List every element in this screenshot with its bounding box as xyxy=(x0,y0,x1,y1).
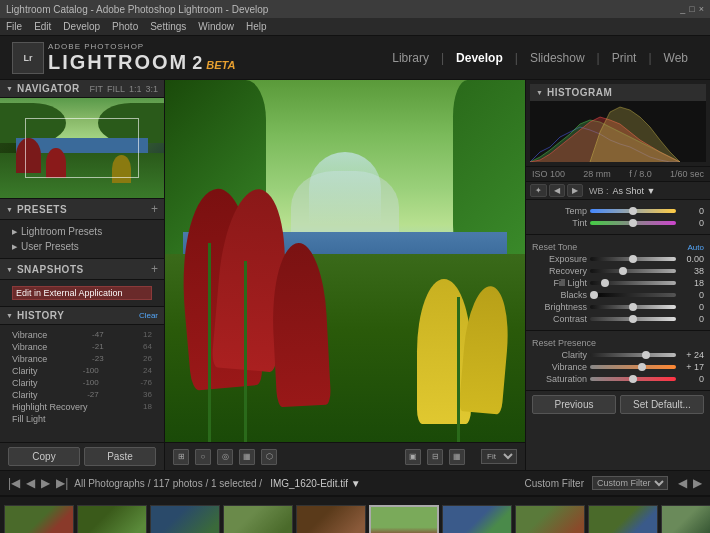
wb-preset[interactable]: As Shot ▼ xyxy=(613,186,656,196)
tint-slider[interactable] xyxy=(590,221,676,225)
set-default-button[interactable]: Set Default... xyxy=(620,395,704,414)
filmstrip-thumb-5[interactable]: ★ ★ ★ ★ xyxy=(369,505,439,533)
menu-edit[interactable]: Edit xyxy=(34,21,51,32)
nav-first[interactable]: |◀ xyxy=(8,476,20,490)
tool-adjustment[interactable]: ⬡ xyxy=(261,449,277,465)
tab-print[interactable]: Print xyxy=(602,47,647,69)
history-item-4[interactable]: Clarity -100 -76 xyxy=(8,377,156,389)
history-item-7[interactable]: Fill Light xyxy=(8,413,156,425)
view-mode-select[interactable]: FitFill1:1 xyxy=(481,449,517,464)
history-item-6[interactable]: Highlight Recovery 18 xyxy=(8,401,156,413)
brightness-row: Brightness 0 xyxy=(532,302,704,312)
histogram-header[interactable]: ▼ Histogram xyxy=(530,84,706,102)
filmstrip-thumb-8[interactable] xyxy=(588,505,658,533)
minimize-btn[interactable]: _ xyxy=(680,4,685,14)
tab-develop[interactable]: Develop xyxy=(446,47,513,69)
tab-library[interactable]: Library xyxy=(382,47,439,69)
filename-label[interactable]: IMG_1620-Edit.tif ▼ xyxy=(270,478,361,489)
filmstrip-thumb-0[interactable] xyxy=(4,505,74,533)
copy-button[interactable]: Copy xyxy=(8,447,80,466)
fill-value: 18 xyxy=(679,278,704,288)
nav-fit[interactable]: FIT xyxy=(89,84,103,94)
tool-crop[interactable]: ⊞ xyxy=(173,449,189,465)
logo-icon: Lr xyxy=(12,42,44,74)
close-btn[interactable]: × xyxy=(699,4,704,14)
nav-next[interactable]: ▶ xyxy=(41,476,50,490)
filmstrip-thumb-1[interactable] xyxy=(77,505,147,533)
titlebar-controls[interactable]: _ □ × xyxy=(680,4,704,14)
presets-user[interactable]: ▶ User Presets xyxy=(8,239,156,254)
wb-next[interactable]: ▶ xyxy=(567,184,583,197)
saturation-slider[interactable] xyxy=(590,377,676,381)
menu-photo[interactable]: Photo xyxy=(112,21,138,32)
nav-fill[interactable]: FILL xyxy=(107,84,125,94)
navigator-header[interactable]: ▼ Navigator FIT FILL 1:1 3:1 xyxy=(0,80,164,98)
image-area[interactable] xyxy=(165,80,525,442)
navigator-thumbnail[interactable] xyxy=(0,98,164,198)
reset-presence-label[interactable]: Reset Presence xyxy=(532,338,596,348)
filmstrip-thumb-7[interactable] xyxy=(515,505,585,533)
tab-web[interactable]: Web xyxy=(654,47,698,69)
temp-value: 0 xyxy=(679,206,704,216)
history-item-5[interactable]: Clarity -27 36 xyxy=(8,389,156,401)
exposure-slider[interactable] xyxy=(590,257,676,261)
nav-1-1[interactable]: 1:1 xyxy=(129,84,142,94)
presets-lightroom[interactable]: ▶ Lightroom Presets xyxy=(8,224,156,239)
view-before[interactable]: ▣ xyxy=(405,449,421,465)
filmstrip-thumb-9[interactable] xyxy=(661,505,710,533)
history-item-1[interactable]: Vibrance -21 64 xyxy=(8,341,156,353)
tool-spot-removal[interactable]: ○ xyxy=(195,449,211,465)
wb-prev[interactable]: ◀ xyxy=(549,184,565,197)
thumb-image-6 xyxy=(443,506,511,533)
filmstrip-thumb-6[interactable]: ★ ★ ★ ★ xyxy=(442,505,512,533)
tab-slideshow[interactable]: Slideshow xyxy=(520,47,595,69)
maximize-btn[interactable]: □ xyxy=(689,4,694,14)
nav-prev[interactable]: ◀ xyxy=(26,476,35,490)
fill-slider[interactable] xyxy=(590,281,676,285)
vibrance-slider[interactable] xyxy=(590,365,676,369)
reset-tone-label[interactable]: Reset Tone xyxy=(532,242,577,252)
history-header[interactable]: ▼ History Clear xyxy=(0,307,164,325)
nav-overlay-box xyxy=(25,118,140,178)
blacks-label: Blacks xyxy=(532,290,587,300)
history-item-3[interactable]: Clarity -100 24 xyxy=(8,365,156,377)
paste-button[interactable]: Paste xyxy=(84,447,156,466)
previous-button[interactable]: Previous xyxy=(532,395,616,414)
view-compare[interactable]: ▦ xyxy=(449,449,465,465)
menu-help[interactable]: Help xyxy=(246,21,267,32)
wb-eyedropper[interactable]: ✦ xyxy=(530,184,547,197)
blacks-slider[interactable] xyxy=(590,293,676,297)
presets-header[interactable]: ▼ Presets + xyxy=(0,199,164,220)
menu-file[interactable]: File xyxy=(6,21,22,32)
recovery-slider[interactable] xyxy=(590,269,676,273)
filter-select[interactable]: Custom Filter xyxy=(592,476,668,490)
saturation-thumb xyxy=(629,375,637,383)
snapshot-edit-input[interactable] xyxy=(12,286,152,300)
tool-redeye[interactable]: ◎ xyxy=(217,449,233,465)
contrast-slider[interactable] xyxy=(590,317,676,321)
nav-last[interactable]: ▶| xyxy=(56,476,68,490)
snapshots-add[interactable]: + xyxy=(151,262,158,276)
brightness-slider[interactable] xyxy=(590,305,676,309)
history-clear[interactable]: Clear xyxy=(139,311,158,320)
clarity-slider[interactable] xyxy=(590,353,676,357)
filmstrip-thumb-4[interactable] xyxy=(296,505,366,533)
view-split[interactable]: ⊟ xyxy=(427,449,443,465)
menu-settings[interactable]: Settings xyxy=(150,21,186,32)
menu-develop[interactable]: Develop xyxy=(63,21,100,32)
history-item-0[interactable]: Vibrance -47 12 xyxy=(8,329,156,341)
temp-slider[interactable] xyxy=(590,209,676,213)
logo-version-text: 2 xyxy=(192,53,202,74)
clarity-value: + 24 xyxy=(679,350,704,360)
filmstrip-scroll-left[interactable]: ◀ xyxy=(678,476,687,490)
history-item-2[interactable]: Vibrance -23 26 xyxy=(8,353,156,365)
snapshots-header[interactable]: ▼ Snapshots + xyxy=(0,259,164,280)
nav-3-1[interactable]: 3:1 xyxy=(145,84,158,94)
presets-add[interactable]: + xyxy=(151,202,158,216)
filmstrip-thumb-2[interactable] xyxy=(150,505,220,533)
filmstrip-scroll-right[interactable]: ▶ xyxy=(693,476,702,490)
menu-window[interactable]: Window xyxy=(198,21,234,32)
filmstrip-thumb-3[interactable] xyxy=(223,505,293,533)
tool-graduated[interactable]: ▦ xyxy=(239,449,255,465)
auto-tone-btn[interactable]: Auto xyxy=(688,243,704,252)
